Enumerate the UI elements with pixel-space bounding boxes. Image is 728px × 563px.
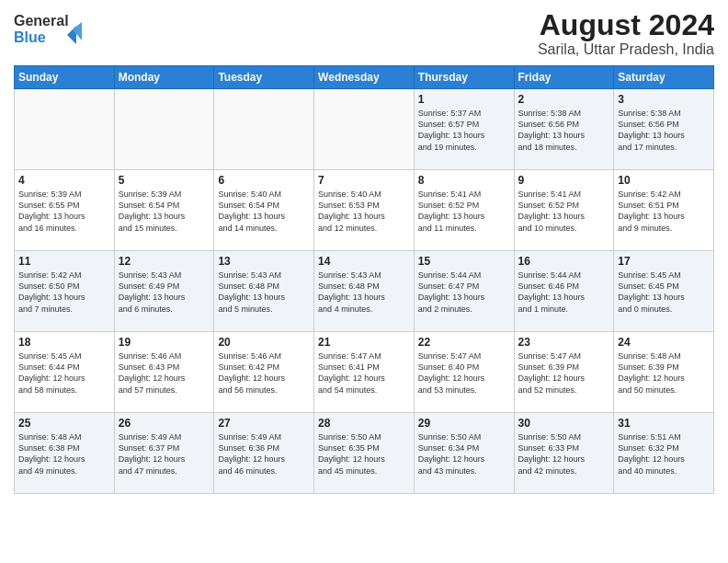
day-number: 8 (418, 174, 510, 187)
logo: General Blue (14, 9, 87, 51)
day-cell: 15Sunrise: 5:44 AM Sunset: 6:47 PM Dayli… (414, 251, 514, 332)
day-number: 25 (18, 417, 110, 430)
weekday-header-wednesday: Wednesday (314, 66, 415, 89)
day-info: Sunrise: 5:51 AM Sunset: 6:32 PM Dayligh… (618, 431, 710, 477)
day-info: Sunrise: 5:43 AM Sunset: 6:48 PM Dayligh… (318, 270, 410, 315)
day-info: Sunrise: 5:50 AM Sunset: 6:35 PM Dayligh… (318, 431, 410, 477)
day-info: Sunrise: 5:42 AM Sunset: 6:51 PM Dayligh… (618, 189, 710, 234)
day-info: Sunrise: 5:47 AM Sunset: 6:39 PM Dayligh… (518, 350, 610, 396)
day-cell: 13Sunrise: 5:43 AM Sunset: 6:48 PM Dayli… (214, 251, 314, 332)
day-info: Sunrise: 5:50 AM Sunset: 6:33 PM Dayligh… (518, 431, 610, 477)
day-number: 30 (518, 417, 610, 430)
day-cell: 1Sunrise: 5:37 AM Sunset: 6:57 PM Daylig… (414, 89, 514, 170)
day-number: 10 (618, 174, 710, 187)
day-info: Sunrise: 5:49 AM Sunset: 6:37 PM Dayligh… (119, 431, 210, 477)
day-number: 2 (518, 93, 610, 106)
week-row-3: 11Sunrise: 5:42 AM Sunset: 6:50 PM Dayli… (15, 251, 714, 332)
day-info: Sunrise: 5:38 AM Sunset: 6:56 PM Dayligh… (518, 108, 610, 153)
day-cell: 12Sunrise: 5:43 AM Sunset: 6:49 PM Dayli… (114, 251, 214, 332)
day-cell: 22Sunrise: 5:47 AM Sunset: 6:40 PM Dayli… (414, 332, 514, 413)
day-cell: 17Sunrise: 5:45 AM Sunset: 6:45 PM Dayli… (614, 251, 714, 332)
day-number: 31 (618, 417, 710, 430)
day-info: Sunrise: 5:44 AM Sunset: 6:47 PM Dayligh… (418, 270, 510, 315)
day-cell: 4Sunrise: 5:39 AM Sunset: 6:55 PM Daylig… (15, 170, 115, 251)
week-row-4: 18Sunrise: 5:45 AM Sunset: 6:44 PM Dayli… (15, 332, 714, 413)
day-info: Sunrise: 5:40 AM Sunset: 6:53 PM Dayligh… (318, 189, 410, 234)
day-info: Sunrise: 5:46 AM Sunset: 6:43 PM Dayligh… (119, 350, 210, 396)
day-cell: 3Sunrise: 5:38 AM Sunset: 6:56 PM Daylig… (614, 89, 714, 170)
weekday-header-row: SundayMondayTuesdayWednesdayThursdayFrid… (15, 66, 714, 89)
weekday-header-friday: Friday (514, 66, 614, 89)
day-cell (314, 89, 415, 170)
day-cell: 29Sunrise: 5:50 AM Sunset: 6:34 PM Dayli… (414, 413, 514, 494)
week-row-1: 1Sunrise: 5:37 AM Sunset: 6:57 PM Daylig… (15, 89, 714, 170)
day-number: 26 (119, 417, 210, 430)
weekday-header-saturday: Saturday (614, 66, 714, 89)
svg-text:General: General (14, 13, 69, 29)
day-number: 14 (318, 255, 410, 268)
day-info: Sunrise: 5:44 AM Sunset: 6:46 PM Dayligh… (518, 270, 610, 315)
day-number: 1 (418, 93, 510, 106)
day-number: 6 (218, 174, 310, 187)
day-info: Sunrise: 5:46 AM Sunset: 6:42 PM Dayligh… (218, 350, 310, 396)
calendar-table: SundayMondayTuesdayWednesdayThursdayFrid… (14, 65, 714, 494)
day-info: Sunrise: 5:47 AM Sunset: 6:40 PM Dayligh… (418, 350, 510, 396)
title-area: August 2024 Sarila, Uttar Pradesh, India (538, 9, 714, 58)
day-info: Sunrise: 5:48 AM Sunset: 6:38 PM Dayligh… (18, 431, 110, 477)
day-cell: 24Sunrise: 5:48 AM Sunset: 6:39 PM Dayli… (614, 332, 714, 413)
day-number: 18 (18, 336, 110, 349)
svg-text:Blue: Blue (14, 29, 46, 45)
day-number: 24 (618, 336, 710, 349)
day-info: Sunrise: 5:39 AM Sunset: 6:55 PM Dayligh… (18, 189, 110, 234)
day-cell (15, 89, 115, 170)
day-info: Sunrise: 5:41 AM Sunset: 6:52 PM Dayligh… (418, 189, 510, 234)
day-cell: 9Sunrise: 5:41 AM Sunset: 6:52 PM Daylig… (514, 170, 614, 251)
day-info: Sunrise: 5:45 AM Sunset: 6:44 PM Dayligh… (18, 350, 110, 396)
day-number: 22 (418, 336, 510, 349)
day-number: 9 (518, 174, 610, 187)
day-number: 29 (418, 417, 510, 430)
page: General Blue August 2024 Sarila, Uttar P… (0, 0, 728, 563)
day-number: 17 (618, 255, 710, 268)
header: General Blue August 2024 Sarila, Uttar P… (14, 9, 714, 58)
day-info: Sunrise: 5:41 AM Sunset: 6:52 PM Dayligh… (518, 189, 610, 234)
day-cell: 11Sunrise: 5:42 AM Sunset: 6:50 PM Dayli… (15, 251, 115, 332)
day-cell: 23Sunrise: 5:47 AM Sunset: 6:39 PM Dayli… (514, 332, 614, 413)
day-info: Sunrise: 5:49 AM Sunset: 6:36 PM Dayligh… (218, 431, 310, 477)
day-cell: 25Sunrise: 5:48 AM Sunset: 6:38 PM Dayli… (15, 413, 115, 494)
week-row-5: 25Sunrise: 5:48 AM Sunset: 6:38 PM Dayli… (15, 413, 714, 494)
day-number: 19 (119, 336, 210, 349)
day-number: 21 (318, 336, 410, 349)
day-number: 15 (418, 255, 510, 268)
day-number: 7 (318, 174, 410, 187)
day-number: 20 (218, 336, 310, 349)
day-cell: 2Sunrise: 5:38 AM Sunset: 6:56 PM Daylig… (514, 89, 614, 170)
day-number: 11 (18, 255, 110, 268)
calendar-title: August 2024 (538, 9, 714, 41)
day-cell: 19Sunrise: 5:46 AM Sunset: 6:43 PM Dayli… (114, 332, 214, 413)
day-cell: 5Sunrise: 5:39 AM Sunset: 6:54 PM Daylig… (114, 170, 214, 251)
day-number: 27 (218, 417, 310, 430)
day-info: Sunrise: 5:42 AM Sunset: 6:50 PM Dayligh… (18, 270, 110, 315)
day-cell: 21Sunrise: 5:47 AM Sunset: 6:41 PM Dayli… (314, 332, 415, 413)
day-info: Sunrise: 5:40 AM Sunset: 6:54 PM Dayligh… (218, 189, 310, 234)
day-number: 28 (318, 417, 410, 430)
day-cell (214, 89, 314, 170)
day-number: 23 (518, 336, 610, 349)
day-number: 16 (518, 255, 610, 268)
weekday-header-monday: Monday (114, 66, 214, 89)
day-number: 13 (218, 255, 310, 268)
day-info: Sunrise: 5:39 AM Sunset: 6:54 PM Dayligh… (119, 189, 210, 234)
day-cell: 31Sunrise: 5:51 AM Sunset: 6:32 PM Dayli… (614, 413, 714, 494)
day-number: 3 (618, 93, 710, 106)
day-info: Sunrise: 5:50 AM Sunset: 6:34 PM Dayligh… (418, 431, 510, 477)
weekday-header-sunday: Sunday (15, 66, 115, 89)
day-cell: 14Sunrise: 5:43 AM Sunset: 6:48 PM Dayli… (314, 251, 415, 332)
week-row-2: 4Sunrise: 5:39 AM Sunset: 6:55 PM Daylig… (15, 170, 714, 251)
day-cell: 7Sunrise: 5:40 AM Sunset: 6:53 PM Daylig… (314, 170, 415, 251)
day-info: Sunrise: 5:48 AM Sunset: 6:39 PM Dayligh… (618, 350, 710, 396)
weekday-header-thursday: Thursday (414, 66, 514, 89)
day-cell (114, 89, 214, 170)
day-number: 12 (119, 255, 210, 268)
day-info: Sunrise: 5:45 AM Sunset: 6:45 PM Dayligh… (618, 270, 710, 315)
